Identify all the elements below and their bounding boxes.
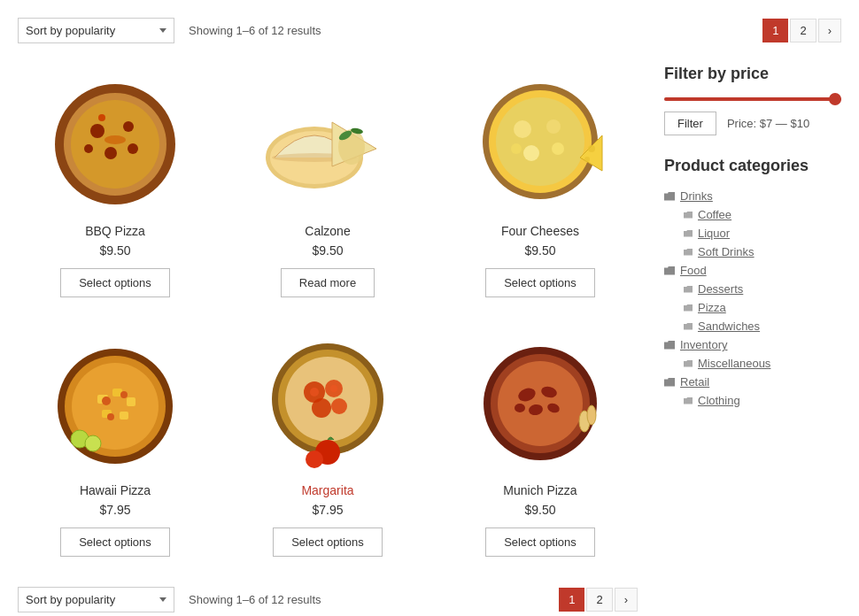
svg-point-22 [552, 142, 564, 155]
hawaii-pizza-image [49, 337, 182, 470]
category-soft-drinks: Soft Drinks [684, 245, 841, 258]
top-bar: Sort by popularity Sort by latest Sort b… [18, 18, 841, 43]
category-coffee: Coffee [684, 208, 841, 221]
category-link-sandwiches[interactable]: Sandwiches [698, 320, 760, 333]
product-price-bbq-pizza: $9.50 [27, 243, 204, 258]
subcategories-drinks: Coffee Liquor Soft Drinks [684, 208, 841, 258]
read-more-calzone[interactable]: Read more [281, 268, 375, 297]
page-2-btn[interactable]: 2 [790, 19, 816, 42]
select-options-munich-pizza[interactable]: Select options [485, 527, 595, 557]
svg-point-46 [310, 388, 319, 397]
product-price-four-cheeses: $9.50 [452, 243, 629, 258]
categories-title: Product categories [664, 157, 841, 175]
product-card-four-cheeses: Four Cheeses $9.50 Select options [443, 65, 638, 306]
price-slider-fill [664, 97, 841, 101]
product-price-munich-pizza: $9.50 [452, 503, 629, 517]
svg-point-57 [515, 404, 525, 412]
category-retail: Retail [664, 375, 841, 389]
filter-by-price: Filter by price Filter Price: $7 — $10 [664, 65, 841, 135]
category-link-drinks[interactable]: Drinks [680, 189, 713, 203]
svg-rect-33 [120, 412, 128, 420]
categories-list: Drinks Coffee Liquor Soft [664, 189, 841, 407]
category-link-food[interactable]: Food [680, 264, 707, 277]
svg-point-52 [498, 361, 583, 446]
results-count-bottom: Showing 1–6 of 12 results [189, 593, 321, 606]
calzone-image [261, 78, 394, 211]
page-next-btn[interactable]: › [818, 19, 841, 42]
category-sandwiches: Sandwiches [684, 320, 841, 333]
folder-icon-drinks [664, 192, 675, 201]
product-image-calzone [239, 73, 416, 215]
select-options-four-cheeses[interactable]: Select options [485, 268, 595, 297]
product-price-calzone: $9.50 [239, 243, 416, 258]
svg-point-3 [90, 124, 104, 138]
select-options-bbq-pizza[interactable]: Select options [60, 268, 170, 297]
products-grid: BBQ Pizza $9.50 Select options [18, 65, 638, 566]
svg-point-47 [330, 385, 337, 392]
subcategories-inventory: Miscellaneous [684, 357, 841, 370]
bottom-page-2-btn[interactable]: 2 [586, 588, 612, 612]
svg-point-20 [546, 119, 561, 134]
bottom-bar: Sort by popularity Sort by latest Sort b… [18, 587, 638, 612]
margarita-image [261, 337, 394, 470]
bottom-pagination: 1 2 › [559, 588, 638, 612]
product-name-four-cheeses: Four Cheeses [452, 224, 629, 238]
product-price-margarita: $7.95 [239, 503, 416, 517]
category-link-liquor[interactable]: Liquor [698, 227, 730, 240]
filter-button[interactable]: Filter [664, 112, 716, 135]
price-slider-handle-right[interactable] [829, 93, 841, 105]
folder-icon-desserts [684, 286, 693, 293]
product-name-calzone: Calzone [239, 224, 416, 238]
category-desserts: Desserts [684, 282, 841, 296]
product-name-margarita: Margarita [239, 483, 416, 497]
category-link-soft-drinks[interactable]: Soft Drinks [698, 245, 755, 258]
sort-select[interactable]: Sort by popularity Sort by latest Sort b… [18, 18, 174, 43]
product-card-hawaii-pizza: Hawaii Pizza $7.95 Select options [18, 324, 213, 566]
bottom-page-1-btn[interactable]: 1 [559, 588, 584, 612]
select-options-margarita[interactable]: Select options [273, 527, 383, 557]
category-link-retail[interactable]: Retail [680, 375, 709, 389]
price-slider-track[interactable] [664, 97, 841, 101]
folder-icon-pizza [684, 304, 693, 312]
page-1-btn[interactable]: 1 [762, 19, 788, 42]
svg-point-18 [496, 97, 584, 186]
svg-point-49 [306, 450, 323, 468]
svg-point-8 [98, 114, 105, 121]
category-drinks: Drinks [664, 189, 841, 203]
svg-point-25 [584, 157, 590, 162]
category-link-desserts[interactable]: Desserts [698, 282, 743, 296]
category-link-inventory[interactable]: Inventory [680, 338, 727, 351]
svg-point-23 [511, 143, 522, 154]
category-inventory: Inventory [664, 338, 841, 351]
product-card-bbq-pizza: BBQ Pizza $9.50 Select options [18, 65, 213, 306]
category-link-clothing[interactable]: Clothing [698, 394, 740, 407]
svg-point-44 [312, 398, 331, 418]
subcategories-retail: Clothing [684, 394, 841, 407]
subcategories-food: Desserts Pizza Sandwiches [684, 282, 841, 333]
svg-point-21 [523, 145, 539, 161]
sidebar: Filter by price Filter Price: $7 — $10 P… [664, 65, 841, 612]
folder-icon-clothing [684, 397, 693, 404]
category-food: Food [664, 264, 841, 277]
svg-point-34 [102, 397, 111, 405]
bbq-pizza-image [49, 78, 182, 211]
svg-point-35 [120, 391, 128, 398]
category-link-coffee[interactable]: Coffee [698, 208, 731, 221]
results-count: Showing 1–6 of 12 results [189, 24, 321, 37]
main-layout: BBQ Pizza $9.50 Select options [18, 65, 841, 612]
product-card-munich-pizza: Munich Pizza $9.50 Select options [443, 324, 638, 566]
folder-icon-miscellaneous [684, 360, 693, 367]
svg-point-5 [104, 147, 117, 159]
svg-point-24 [588, 145, 595, 152]
category-link-miscellaneous[interactable]: Miscellaneous [698, 357, 770, 370]
svg-point-59 [587, 405, 596, 425]
sort-select-bottom[interactable]: Sort by popularity Sort by latest Sort b… [18, 587, 174, 612]
product-card-margarita: Margarita $7.95 Select options [230, 324, 425, 566]
svg-point-38 [85, 435, 101, 451]
category-link-pizza[interactable]: Pizza [698, 301, 726, 314]
bottom-page-next-btn[interactable]: › [615, 588, 638, 612]
folder-icon-sandwiches [684, 323, 693, 330]
select-options-hawaii-pizza[interactable]: Select options [60, 527, 170, 557]
product-categories: Product categories Drinks Coffee [664, 157, 841, 407]
munich-pizza-image [474, 337, 607, 470]
